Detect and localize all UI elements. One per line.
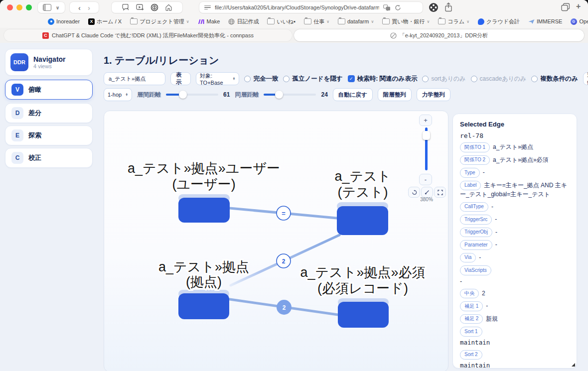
sidebar-item-diff[interactable]: D 差分 (5, 103, 93, 123)
edge-attr-row: Parameter- (460, 240, 570, 250)
bookmark-folder-project[interactable]: プロジェクト管理∨ (130, 18, 189, 25)
zoom-out-button[interactable]: - (419, 174, 432, 185)
checkbox-hide-isolated[interactable]: 孤立ノードを隠す (283, 75, 342, 83)
bookmark-inoreader[interactable]: Inoreader (48, 18, 80, 25)
neighbor-select[interactable]: 近傍▲▼ (583, 72, 588, 85)
sidebar-item-proofread[interactable]: C 校正 (5, 148, 93, 168)
zoom-slider-thumb[interactable] (423, 131, 430, 140)
edge-badge-two-selected[interactable]: 2 (277, 300, 292, 315)
zoom-level-readout: 380% (415, 197, 438, 202)
slider-thumb[interactable] (179, 91, 187, 99)
checkbox-cascade-only[interactable]: cascadeありのみ (471, 75, 527, 83)
pan-mode-button[interactable] (421, 187, 433, 198)
layer-distance-value: 61 (223, 91, 230, 98)
page-translate-icon[interactable] (383, 4, 391, 11)
node-test[interactable]: a_テスト (テスト) (335, 169, 391, 235)
bookmark-folder-shopping[interactable]: 買い物・銀行∨ (382, 18, 430, 25)
layer-distance-slider[interactable] (166, 94, 218, 96)
show-button[interactable]: 表示 (170, 72, 191, 85)
zoom-window-button[interactable] (26, 4, 32, 10)
reset-view-button[interactable] (408, 187, 420, 198)
reader-icon[interactable] (204, 4, 211, 11)
close-window-button[interactable] (7, 4, 13, 10)
graph-canvas[interactable]: a_テスト»拠点»ユーザー (ユーザー) a_テスト (テスト) a_テスト»拠… (104, 111, 448, 371)
attr-value: - (479, 254, 481, 261)
svg-text:(ユーザー): (ユーザー) (172, 177, 235, 192)
node-hissu[interactable]: a_テスト»拠点»必須 (必須レコード) (300, 265, 426, 328)
chevron-down-icon: ∨ (371, 19, 374, 24)
hierarchy-align-button[interactable]: 階層整列 (378, 88, 412, 101)
checkbox-multi-condition[interactable]: 複数条件のみ (531, 75, 578, 83)
edge-attr-row: 関係TO 2a_テスト»拠点»必須 (460, 155, 570, 165)
bookmark-folder-work[interactable]: 仕事∨ (304, 18, 329, 25)
svg-text:2: 2 (282, 258, 286, 265)
edge-badge-equals[interactable]: = (277, 206, 291, 220)
slider-thumb[interactable] (275, 91, 283, 99)
bookmark-folder-likes[interactable]: いいね▪ (267, 18, 295, 25)
home-button-icon[interactable] (165, 4, 172, 11)
edge-attr-row: CallType- (460, 202, 570, 212)
bookmark-folder-datafarm[interactable]: datafarm∨ (338, 18, 374, 24)
node-user[interactable]: a_テスト»拠点»ユーザー (ユーザー) (128, 161, 280, 223)
layer-distance-label: 層間距離 (137, 91, 161, 99)
attr-badge: Type (460, 168, 480, 178)
chevron-down-icon: ∨ (427, 19, 430, 24)
onepassword-extension-icon[interactable] (150, 3, 158, 11)
minimize-window-button[interactable] (16, 4, 22, 10)
new-tab-button[interactable]: + (576, 2, 581, 11)
same-layer-distance-slider[interactable] (264, 94, 316, 96)
hop-select[interactable]: 1-hop▲▼ (104, 88, 132, 101)
bookmark-openai-api[interactable]: OpenAI API (571, 18, 588, 25)
folder-icon (304, 18, 311, 24)
tab-connpass[interactable]: C ChatGPT & Claude Code で挑む!DDR (XML) 活用… (4, 29, 292, 41)
fit-view-button[interactable] (434, 187, 446, 198)
bookmark-immerse[interactable]: IMMERSE (528, 18, 562, 24)
sidebar-item-overview[interactable]: V 俯瞰 (5, 80, 93, 100)
forward-button[interactable]: › (88, 3, 90, 12)
reset-auto-button[interactable]: 自動に戻す (333, 88, 373, 101)
tab-ddr-analysis[interactable]: 「e-kyt_20240920_2013」DDR分析 (294, 29, 584, 41)
share-button-icon[interactable] (444, 2, 452, 12)
folder-icon (267, 18, 275, 24)
folder-icon (130, 18, 138, 24)
folder-icon (438, 18, 445, 24)
extensions-group (112, 2, 182, 13)
connpass-favicon: C (42, 32, 49, 39)
checkbox-icon (244, 76, 251, 82)
edge-attr-row: Sort 2maintain (460, 350, 570, 369)
bookmark-folder-column[interactable]: コラム∨ (438, 18, 469, 25)
openai-icon (571, 18, 577, 25)
force-align-button[interactable]: 力学整列 (417, 88, 450, 101)
sidebar-chevron-icon[interactable]: ∨ (55, 5, 59, 10)
dark-extension-icon[interactable] (429, 2, 439, 12)
panel-resize-handle[interactable] (572, 363, 575, 367)
target-select[interactable]: 対象: TO+Base▲▼ (196, 72, 239, 85)
sidebar-item-explore[interactable]: E 探索 (5, 125, 93, 145)
svg-text:(必須レコード): (必須レコード) (317, 281, 408, 296)
bookmark-diary[interactable]: 日記作成 (228, 18, 259, 25)
video-download-extension-icon[interactable] (136, 4, 144, 11)
selected-edge-panel: Selected Edge rel-78 関係TO 1a_テスト»拠点 関係TO… (452, 114, 577, 369)
sidebar-toggle-icon[interactable] (43, 4, 51, 11)
view-badge: D (11, 107, 23, 119)
edge-badge-two[interactable]: 2 (277, 254, 291, 268)
back-button[interactable]: ‹ (78, 3, 81, 12)
checkbox-sort-only[interactable]: sortありのみ (422, 75, 465, 83)
search-input[interactable]: a_テスト»拠点 (104, 72, 165, 85)
address-bar[interactable]: file:///Users/taka0205/Library/CloudStor… (199, 2, 423, 13)
reload-button-icon[interactable] (395, 4, 401, 11)
attr-badge: Sort 2 (460, 350, 482, 360)
svg-text:(テスト): (テスト) (338, 185, 388, 200)
bookmark-cloud-accounting[interactable]: クラウド会計 (478, 18, 520, 25)
checkbox-exact-match[interactable]: 完全一致 (244, 75, 278, 83)
zoom-in-button[interactable]: + (419, 115, 432, 126)
bookmark-make[interactable]: Make (198, 18, 220, 24)
translate-extension-icon[interactable] (122, 4, 130, 11)
node-kyoten[interactable]: a_テスト»拠点 (拠点) (158, 259, 249, 319)
checkbox-related-only[interactable]: ✓検索時: 関連のみ表示 (348, 75, 418, 83)
bookmark-home-x[interactable]: Xホーム / X (88, 18, 122, 25)
tab-overview-button-icon[interactable] (561, 3, 570, 11)
folder-icon (382, 18, 390, 24)
attr-value: 2 (482, 290, 485, 297)
relation-graph: a_テスト»拠点»ユーザー (ユーザー) a_テスト (テスト) a_テスト»拠… (104, 111, 448, 371)
